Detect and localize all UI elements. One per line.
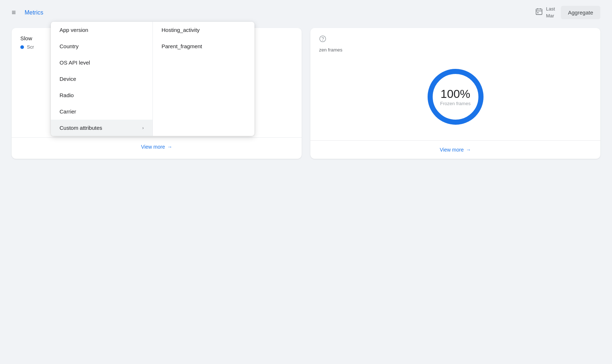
- menu-item-carrier[interactable]: Carrier: [51, 103, 152, 120]
- menu-item-hosting-activity[interactable]: Hosting_activity: [153, 22, 254, 38]
- menu-item-app-version[interactable]: App version: [51, 22, 152, 38]
- menu-item-label-parent-fragment: Parent_fragment: [162, 43, 202, 49]
- menu-item-label-os-api-level: OS API level: [60, 59, 90, 66]
- menu-item-parent-fragment[interactable]: Parent_fragment: [153, 38, 254, 54]
- dropdown-menu: App version Country OS API level Device …: [51, 22, 254, 136]
- dropdown-backdrop: App version Country OS API level Device …: [0, 0, 612, 364]
- menu-item-label-country: Country: [60, 43, 79, 49]
- menu-item-country[interactable]: Country: [51, 38, 152, 54]
- menu-item-radio[interactable]: Radio: [51, 87, 152, 103]
- menu-left-column: App version Country OS API level Device …: [51, 22, 152, 136]
- menu-item-label-custom-attributes: Custom attributes: [60, 125, 102, 131]
- menu-item-label-hosting-activity: Hosting_activity: [162, 27, 200, 33]
- menu-item-device[interactable]: Device: [51, 71, 152, 87]
- menu-item-label-carrier: Carrier: [60, 108, 76, 115]
- chevron-right-icon: ›: [142, 125, 144, 131]
- menu-item-os-api-level[interactable]: OS API level: [51, 54, 152, 71]
- menu-right-column: Hosting_activity Parent_fragment: [153, 22, 254, 136]
- menu-item-label-radio: Radio: [60, 92, 74, 98]
- menu-item-label-device: Device: [60, 76, 76, 82]
- menu-item-label-app-version: App version: [60, 27, 88, 33]
- menu-item-custom-attributes[interactable]: Custom attributes ›: [51, 120, 152, 136]
